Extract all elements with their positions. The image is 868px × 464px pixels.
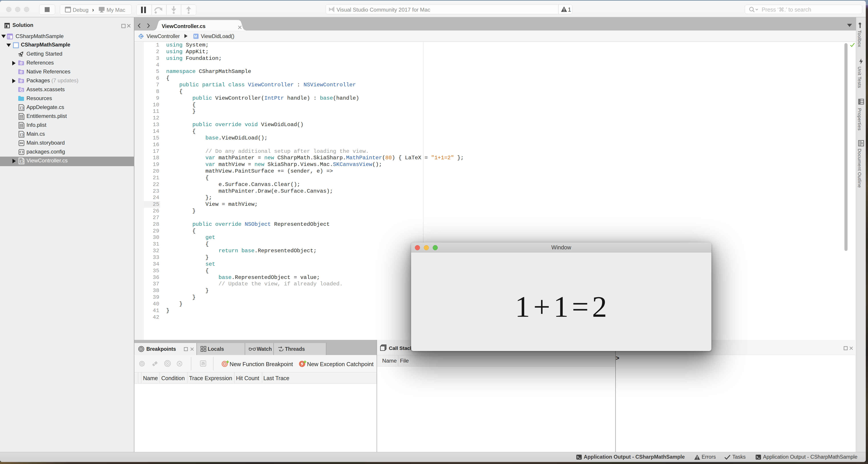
svg-text:{}: {}: [20, 106, 24, 110]
svg-text:{}: {}: [20, 133, 24, 137]
svg-text:M: M: [194, 34, 197, 38]
svg-text:{}: {}: [20, 160, 24, 163]
svg-text:C: C: [140, 34, 143, 39]
